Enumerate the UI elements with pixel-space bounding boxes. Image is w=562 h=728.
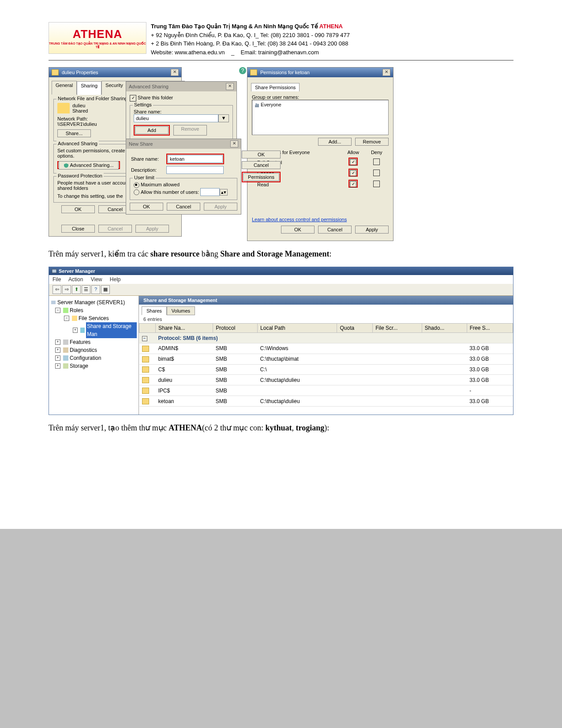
everyone-item[interactable]: Everyone xyxy=(261,102,281,107)
remove-button[interactable]: Remove xyxy=(173,125,207,136)
menu-action[interactable]: Action xyxy=(68,276,83,283)
tab-shares[interactable]: Shares xyxy=(142,306,167,315)
help-icon[interactable]: ? xyxy=(91,285,100,294)
newshare-desc-input[interactable] xyxy=(166,166,224,174)
svg-rect-8 xyxy=(63,339,68,345)
close-icon[interactable]: ✕ xyxy=(171,69,179,76)
allow-radio[interactable]: Allow this number of users: ▴▾ xyxy=(134,188,233,196)
header-info: Trung Tâm Đào Tạo Quản Trị Mạng & An Nin… xyxy=(151,22,350,57)
advanced-group-title: Advanced Sharing xyxy=(56,141,99,146)
col-sharename[interactable]: Share Na... xyxy=(156,324,213,333)
collapse-icon[interactable] xyxy=(142,336,147,341)
tab-general[interactable]: General xyxy=(52,81,77,94)
read-deny-checkbox[interactable] xyxy=(373,181,380,187)
adv-ok-button[interactable]: OK xyxy=(130,203,163,211)
table-row[interactable]: ketoanSMBC:\thuctap\dulieu33.0 GB xyxy=(139,396,513,407)
change-allow-checkbox[interactable] xyxy=(350,170,356,177)
table-row[interactable]: ADMIN$SMBC:\Windows33.0 GB xyxy=(139,343,513,354)
col-localpath[interactable]: Local Path xyxy=(258,324,337,333)
adv-cancel-button[interactable]: Cancel xyxy=(167,203,200,211)
advanced-sharing-button[interactable]: Advanced Sharing... xyxy=(59,161,119,170)
add-button[interactable]: Add xyxy=(135,126,169,134)
properties-title: dulieu Properties xyxy=(62,70,98,75)
perm-add-button[interactable]: Add... xyxy=(318,138,352,146)
apply-button-outer[interactable]: Apply xyxy=(135,225,169,233)
expand-icon[interactable] xyxy=(55,339,60,345)
svg-rect-2 xyxy=(255,105,259,107)
newshare-name-input[interactable] xyxy=(168,155,223,163)
perm-cancel-button[interactable]: Cancel xyxy=(318,226,352,234)
tab-share-permissions[interactable]: Share Permissions xyxy=(251,83,300,91)
change-deny-checkbox[interactable] xyxy=(373,170,380,176)
adv-apply-button[interactable]: Apply xyxy=(204,203,237,211)
close-icon[interactable]: ✕ xyxy=(382,69,390,76)
ok-button[interactable]: OK xyxy=(61,205,95,213)
perm-ok-button[interactable]: OK xyxy=(281,226,315,234)
expand-icon[interactable] xyxy=(55,355,60,361)
tree-configuration[interactable]: Configuration xyxy=(70,354,101,362)
ns-ok-button[interactable]: OK xyxy=(242,151,281,158)
tree-ssm-selected[interactable]: Share and Storage Man xyxy=(86,322,137,338)
advanced-sharing-dialog: Advanced Sharing ✕ Share this folder Set… xyxy=(126,81,237,146)
tree-features[interactable]: Features xyxy=(70,338,90,346)
expand-icon[interactable] xyxy=(55,347,60,353)
cell-proto: SMB xyxy=(213,354,258,364)
perm-apply-button[interactable]: Apply xyxy=(355,226,389,234)
properties-icon[interactable]: ☰ xyxy=(82,285,90,294)
ns-permissions-button[interactable]: Permissions xyxy=(243,173,279,181)
entries-count: 6 entries xyxy=(139,315,513,323)
tree-storage[interactable]: Storage xyxy=(70,362,88,370)
tree-roles[interactable]: Roles xyxy=(70,306,83,314)
col-shadow[interactable]: Shado... xyxy=(422,324,467,333)
col-protocol[interactable]: Protocol xyxy=(213,324,258,333)
up-icon[interactable]: ⬆ xyxy=(72,285,81,294)
learn-link[interactable]: Learn about access control and permissio… xyxy=(252,217,347,222)
share-this-checkbox[interactable]: Share this folder xyxy=(130,95,233,102)
user-count-input[interactable] xyxy=(200,188,220,196)
forward-icon[interactable]: ⇨ xyxy=(62,285,71,294)
table-row[interactable]: IPC$SMB- xyxy=(139,385,513,396)
spinner-icon[interactable]: ▴▾ xyxy=(220,189,228,196)
sm-tree[interactable]: Server Manager (SERVER1) Roles File Serv… xyxy=(49,296,139,415)
tab-sharing[interactable]: Sharing xyxy=(77,81,101,95)
close-button[interactable]: Close xyxy=(61,225,95,233)
adv-titlebar: Advanced Sharing ✕ xyxy=(126,82,236,91)
group-listbox[interactable]: Everyone xyxy=(252,100,389,135)
perm-remove-button[interactable]: Remove xyxy=(355,138,389,146)
menu-view[interactable]: View xyxy=(91,276,102,283)
fullcontrol-deny-checkbox[interactable] xyxy=(373,158,380,165)
tab-security[interactable]: Security xyxy=(101,81,127,94)
tree-fileservices[interactable]: File Services xyxy=(79,314,109,322)
shared-status: Shared xyxy=(72,108,88,113)
help-icon[interactable]: ? xyxy=(239,67,246,74)
read-allow-checkbox[interactable] xyxy=(350,181,356,188)
collapse-icon[interactable] xyxy=(55,308,60,313)
menu-file[interactable]: File xyxy=(52,276,61,283)
ns-cancel-button[interactable]: Cancel xyxy=(242,161,281,169)
tree-diagnostics[interactable]: Diagnostics xyxy=(70,346,97,354)
tab-volumes[interactable]: Volumes xyxy=(167,306,195,315)
expand-icon[interactable] xyxy=(55,363,60,369)
dropdown-button[interactable]: ▼ xyxy=(218,114,229,122)
table-row[interactable]: C$SMBC:\33.0 GB xyxy=(139,364,513,375)
share-name-input[interactable] xyxy=(134,114,218,122)
refresh-icon[interactable]: ▦ xyxy=(101,285,110,294)
table-row[interactable]: bimat$SMBC:\thuctap\bimat33.0 GB xyxy=(139,354,513,364)
col-filescr[interactable]: File Scr... xyxy=(373,324,422,333)
table-row[interactable]: dulieuSMBC:\thuctap\dulieu33.0 GB xyxy=(139,375,513,385)
col-free[interactable]: Free S... xyxy=(467,324,513,333)
fullcontrol-allow-checkbox[interactable] xyxy=(350,159,356,166)
cell-path: C:\thuctap\bimat xyxy=(258,354,337,364)
expand-icon[interactable] xyxy=(73,328,78,333)
share-button[interactable]: Share... xyxy=(57,129,91,137)
cancel-button-outer[interactable]: Cancel xyxy=(98,225,132,233)
back-icon[interactable]: ⇦ xyxy=(52,285,61,294)
collapse-icon[interactable] xyxy=(64,316,69,321)
close-icon[interactable]: ✕ xyxy=(230,140,238,147)
close-icon[interactable]: ✕ xyxy=(226,83,234,90)
menu-help[interactable]: Help xyxy=(110,276,121,283)
col-quota[interactable]: Quota xyxy=(337,324,373,333)
tree-root[interactable]: Server Manager (SERVER1) xyxy=(57,298,125,306)
email-label: Email: xyxy=(241,49,257,56)
max-radio[interactable]: Maximum allowed xyxy=(134,182,233,188)
